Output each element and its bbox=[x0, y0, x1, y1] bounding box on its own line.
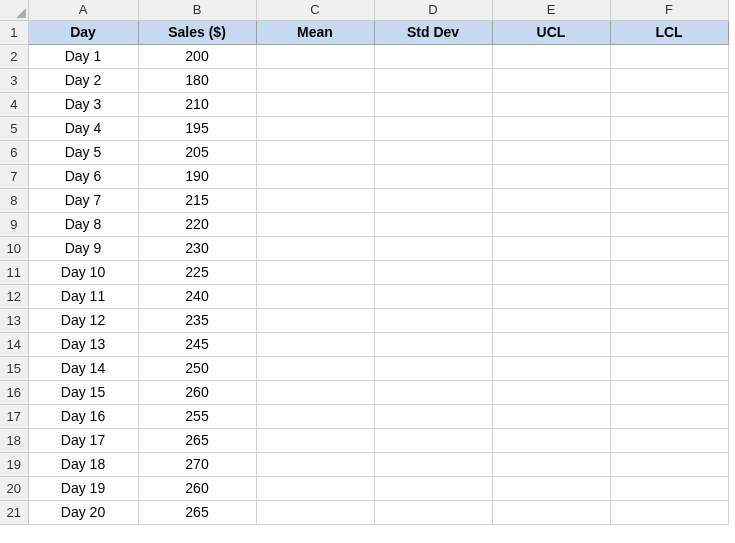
cell-stddev[interactable] bbox=[374, 212, 492, 236]
col-header-B[interactable]: B bbox=[138, 0, 256, 20]
cell-sales[interactable]: 265 bbox=[138, 500, 256, 524]
spreadsheet-grid[interactable]: A B C D E F 1 Day Sales ($) Mean Std Dev… bbox=[0, 0, 729, 525]
header-cell-ucl[interactable]: UCL bbox=[492, 20, 610, 44]
cell-lcl[interactable] bbox=[610, 332, 728, 356]
cell-day[interactable]: Day 10 bbox=[28, 260, 138, 284]
col-header-C[interactable]: C bbox=[256, 0, 374, 20]
cell-ucl[interactable] bbox=[492, 236, 610, 260]
cell-ucl[interactable] bbox=[492, 308, 610, 332]
cell-sales[interactable]: 230 bbox=[138, 236, 256, 260]
cell-lcl[interactable] bbox=[610, 452, 728, 476]
cell-sales[interactable]: 220 bbox=[138, 212, 256, 236]
cell-day[interactable]: Day 2 bbox=[28, 68, 138, 92]
cell-ucl[interactable] bbox=[492, 380, 610, 404]
cell-day[interactable]: Day 3 bbox=[28, 92, 138, 116]
cell-day[interactable]: Day 18 bbox=[28, 452, 138, 476]
cell-lcl[interactable] bbox=[610, 188, 728, 212]
cell-stddev[interactable] bbox=[374, 380, 492, 404]
cell-lcl[interactable] bbox=[610, 116, 728, 140]
cell-lcl[interactable] bbox=[610, 68, 728, 92]
header-cell-mean[interactable]: Mean bbox=[256, 20, 374, 44]
cell-stddev[interactable] bbox=[374, 92, 492, 116]
cell-ucl[interactable] bbox=[492, 476, 610, 500]
cell-sales[interactable]: 200 bbox=[138, 44, 256, 68]
cell-stddev[interactable] bbox=[374, 452, 492, 476]
cell-stddev[interactable] bbox=[374, 260, 492, 284]
cell-mean[interactable] bbox=[256, 188, 374, 212]
cell-ucl[interactable] bbox=[492, 356, 610, 380]
cell-day[interactable]: Day 16 bbox=[28, 404, 138, 428]
cell-sales[interactable]: 210 bbox=[138, 92, 256, 116]
cell-mean[interactable] bbox=[256, 356, 374, 380]
cell-lcl[interactable] bbox=[610, 164, 728, 188]
cell-day[interactable]: Day 12 bbox=[28, 308, 138, 332]
cell-sales[interactable]: 270 bbox=[138, 452, 256, 476]
row-header-13[interactable]: 13 bbox=[0, 308, 28, 332]
cell-lcl[interactable] bbox=[610, 404, 728, 428]
row-header-20[interactable]: 20 bbox=[0, 476, 28, 500]
cell-day[interactable]: Day 13 bbox=[28, 332, 138, 356]
cell-lcl[interactable] bbox=[610, 236, 728, 260]
cell-sales[interactable]: 260 bbox=[138, 380, 256, 404]
cell-mean[interactable] bbox=[256, 44, 374, 68]
cell-sales[interactable]: 195 bbox=[138, 116, 256, 140]
cell-stddev[interactable] bbox=[374, 404, 492, 428]
cell-day[interactable]: Day 19 bbox=[28, 476, 138, 500]
cell-mean[interactable] bbox=[256, 260, 374, 284]
cell-stddev[interactable] bbox=[374, 428, 492, 452]
row-header-8[interactable]: 8 bbox=[0, 188, 28, 212]
cell-mean[interactable] bbox=[256, 68, 374, 92]
cell-stddev[interactable] bbox=[374, 68, 492, 92]
cell-day[interactable]: Day 17 bbox=[28, 428, 138, 452]
cell-sales[interactable]: 190 bbox=[138, 164, 256, 188]
cell-lcl[interactable] bbox=[610, 476, 728, 500]
cell-mean[interactable] bbox=[256, 332, 374, 356]
cell-sales[interactable]: 180 bbox=[138, 68, 256, 92]
cell-lcl[interactable] bbox=[610, 260, 728, 284]
cell-mean[interactable] bbox=[256, 380, 374, 404]
cell-sales[interactable]: 205 bbox=[138, 140, 256, 164]
cell-mean[interactable] bbox=[256, 164, 374, 188]
cell-lcl[interactable] bbox=[610, 212, 728, 236]
cell-lcl[interactable] bbox=[610, 380, 728, 404]
row-header-5[interactable]: 5 bbox=[0, 116, 28, 140]
cell-mean[interactable] bbox=[256, 404, 374, 428]
row-header-4[interactable]: 4 bbox=[0, 92, 28, 116]
cell-ucl[interactable] bbox=[492, 284, 610, 308]
cell-lcl[interactable] bbox=[610, 356, 728, 380]
cell-day[interactable]: Day 9 bbox=[28, 236, 138, 260]
row-header-19[interactable]: 19 bbox=[0, 452, 28, 476]
cell-stddev[interactable] bbox=[374, 500, 492, 524]
cell-day[interactable]: Day 11 bbox=[28, 284, 138, 308]
cell-mean[interactable] bbox=[256, 476, 374, 500]
cell-stddev[interactable] bbox=[374, 164, 492, 188]
cell-day[interactable]: Day 20 bbox=[28, 500, 138, 524]
cell-ucl[interactable] bbox=[492, 140, 610, 164]
cell-ucl[interactable] bbox=[492, 188, 610, 212]
cell-day[interactable]: Day 7 bbox=[28, 188, 138, 212]
cell-ucl[interactable] bbox=[492, 44, 610, 68]
cell-lcl[interactable] bbox=[610, 500, 728, 524]
cell-day[interactable]: Day 5 bbox=[28, 140, 138, 164]
cell-stddev[interactable] bbox=[374, 116, 492, 140]
cell-day[interactable]: Day 15 bbox=[28, 380, 138, 404]
cell-mean[interactable] bbox=[256, 284, 374, 308]
header-cell-sales[interactable]: Sales ($) bbox=[138, 20, 256, 44]
row-header-14[interactable]: 14 bbox=[0, 332, 28, 356]
row-header-18[interactable]: 18 bbox=[0, 428, 28, 452]
row-header-10[interactable]: 10 bbox=[0, 236, 28, 260]
header-cell-day[interactable]: Day bbox=[28, 20, 138, 44]
cell-ucl[interactable] bbox=[492, 68, 610, 92]
row-header-6[interactable]: 6 bbox=[0, 140, 28, 164]
cell-sales[interactable]: 260 bbox=[138, 476, 256, 500]
cell-ucl[interactable] bbox=[492, 428, 610, 452]
cell-sales[interactable]: 265 bbox=[138, 428, 256, 452]
col-header-E[interactable]: E bbox=[492, 0, 610, 20]
cell-sales[interactable]: 240 bbox=[138, 284, 256, 308]
cell-mean[interactable] bbox=[256, 428, 374, 452]
cell-mean[interactable] bbox=[256, 116, 374, 140]
cell-sales[interactable]: 225 bbox=[138, 260, 256, 284]
cell-stddev[interactable] bbox=[374, 284, 492, 308]
row-header-12[interactable]: 12 bbox=[0, 284, 28, 308]
row-header-9[interactable]: 9 bbox=[0, 212, 28, 236]
